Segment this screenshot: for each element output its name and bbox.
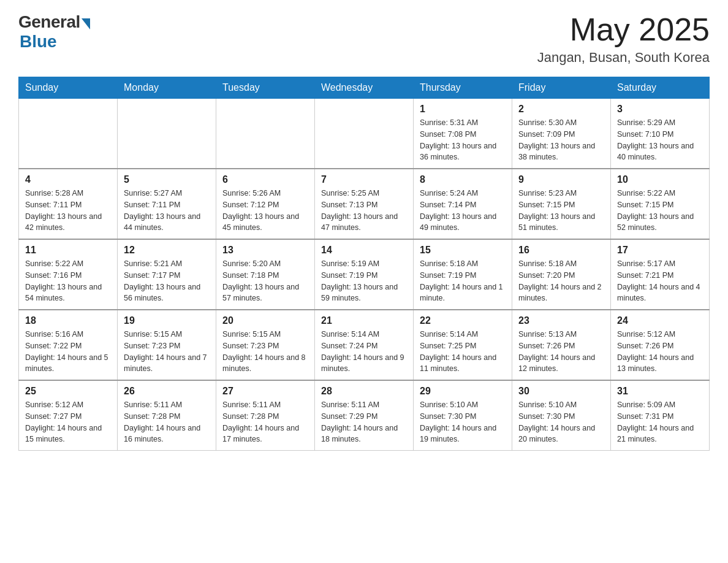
calendar-day-header: Tuesday [216, 77, 315, 99]
calendar-cell [216, 99, 315, 169]
calendar-day-header: Sunday [19, 77, 118, 99]
title-area: May 2025 Jangan, Busan, South Korea [537, 12, 710, 66]
calendar-cell: 4Sunrise: 5:28 AMSunset: 7:11 PMDaylight… [19, 169, 118, 239]
day-info: Sunrise: 5:27 AMSunset: 7:11 PMDaylight:… [124, 188, 210, 234]
day-info: Sunrise: 5:16 AMSunset: 7:22 PMDaylight:… [25, 329, 111, 375]
calendar-cell: 31Sunrise: 5:09 AMSunset: 7:31 PMDayligh… [611, 380, 710, 451]
day-info: Sunrise: 5:20 AMSunset: 7:18 PMDaylight:… [222, 258, 308, 304]
day-info: Sunrise: 5:11 AMSunset: 7:28 PMDaylight:… [124, 399, 210, 445]
day-info: Sunrise: 5:11 AMSunset: 7:29 PMDaylight:… [321, 399, 407, 445]
day-info: Sunrise: 5:15 AMSunset: 7:23 PMDaylight:… [222, 329, 308, 375]
calendar-day-header: Wednesday [315, 77, 414, 99]
day-number: 6 [222, 174, 308, 185]
calendar-cell: 9Sunrise: 5:23 AMSunset: 7:15 PMDaylight… [512, 169, 611, 239]
day-number: 30 [518, 386, 604, 397]
day-number: 22 [420, 315, 506, 326]
day-info: Sunrise: 5:15 AMSunset: 7:23 PMDaylight:… [124, 329, 210, 375]
day-number: 23 [518, 315, 604, 326]
day-info: Sunrise: 5:17 AMSunset: 7:21 PMDaylight:… [617, 258, 703, 304]
day-info: Sunrise: 5:24 AMSunset: 7:14 PMDaylight:… [420, 188, 506, 234]
calendar-cell: 11Sunrise: 5:22 AMSunset: 7:16 PMDayligh… [19, 239, 118, 310]
calendar-cell [315, 99, 414, 169]
calendar-cell: 22Sunrise: 5:14 AMSunset: 7:25 PMDayligh… [414, 310, 512, 380]
calendar-day-header: Saturday [611, 77, 710, 99]
day-info: Sunrise: 5:22 AMSunset: 7:15 PMDaylight:… [617, 188, 703, 234]
day-info: Sunrise: 5:14 AMSunset: 7:25 PMDaylight:… [420, 329, 506, 375]
calendar-cell: 17Sunrise: 5:17 AMSunset: 7:21 PMDayligh… [611, 239, 710, 310]
day-number: 15 [420, 245, 506, 256]
day-info: Sunrise: 5:30 AMSunset: 7:09 PMDaylight:… [518, 117, 604, 163]
day-number: 5 [124, 174, 210, 185]
day-info: Sunrise: 5:12 AMSunset: 7:27 PMDaylight:… [25, 399, 111, 445]
calendar-cell: 7Sunrise: 5:25 AMSunset: 7:13 PMDaylight… [315, 169, 414, 239]
day-number: 9 [518, 174, 604, 185]
calendar-cell [118, 99, 216, 169]
logo: General Blue [18, 12, 90, 52]
day-number: 17 [617, 245, 703, 256]
day-info: Sunrise: 5:09 AMSunset: 7:31 PMDaylight:… [617, 399, 703, 445]
calendar-cell: 18Sunrise: 5:16 AMSunset: 7:22 PMDayligh… [19, 310, 118, 380]
day-number: 12 [124, 245, 210, 256]
day-number: 1 [420, 104, 506, 115]
calendar-day-header: Monday [118, 77, 216, 99]
month-title: May 2025 [537, 12, 710, 47]
day-number: 18 [25, 315, 111, 326]
day-number: 10 [617, 174, 703, 185]
location-title: Jangan, Busan, South Korea [537, 50, 710, 66]
calendar-cell: 6Sunrise: 5:26 AMSunset: 7:12 PMDaylight… [216, 169, 315, 239]
calendar-cell: 1Sunrise: 5:31 AMSunset: 7:08 PMDaylight… [414, 99, 512, 169]
day-number: 29 [420, 386, 506, 397]
day-info: Sunrise: 5:21 AMSunset: 7:17 PMDaylight:… [124, 258, 210, 304]
day-number: 20 [222, 315, 308, 326]
calendar-cell: 8Sunrise: 5:24 AMSunset: 7:14 PMDaylight… [414, 169, 512, 239]
calendar-cell: 25Sunrise: 5:12 AMSunset: 7:27 PMDayligh… [19, 380, 118, 451]
calendar-week-row: 25Sunrise: 5:12 AMSunset: 7:27 PMDayligh… [19, 380, 710, 451]
calendar-cell [19, 99, 118, 169]
calendar-cell: 24Sunrise: 5:12 AMSunset: 7:26 PMDayligh… [611, 310, 710, 380]
calendar-cell: 23Sunrise: 5:13 AMSunset: 7:26 PMDayligh… [512, 310, 611, 380]
calendar-header-row: SundayMondayTuesdayWednesdayThursdayFrid… [19, 77, 710, 99]
day-info: Sunrise: 5:23 AMSunset: 7:15 PMDaylight:… [518, 188, 604, 234]
day-info: Sunrise: 5:31 AMSunset: 7:08 PMDaylight:… [420, 117, 506, 163]
day-number: 19 [124, 315, 210, 326]
day-info: Sunrise: 5:14 AMSunset: 7:24 PMDaylight:… [321, 329, 407, 375]
day-number: 8 [420, 174, 506, 185]
calendar-cell: 19Sunrise: 5:15 AMSunset: 7:23 PMDayligh… [118, 310, 216, 380]
calendar-cell: 12Sunrise: 5:21 AMSunset: 7:17 PMDayligh… [118, 239, 216, 310]
day-info: Sunrise: 5:18 AMSunset: 7:20 PMDaylight:… [518, 258, 604, 304]
calendar-cell: 3Sunrise: 5:29 AMSunset: 7:10 PMDaylight… [611, 99, 710, 169]
calendar-cell: 15Sunrise: 5:18 AMSunset: 7:19 PMDayligh… [414, 239, 512, 310]
day-info: Sunrise: 5:12 AMSunset: 7:26 PMDaylight:… [617, 329, 703, 375]
day-info: Sunrise: 5:10 AMSunset: 7:30 PMDaylight:… [420, 399, 506, 445]
page-header: General Blue May 2025 Jangan, Busan, Sou… [18, 12, 710, 66]
calendar-week-row: 4Sunrise: 5:28 AMSunset: 7:11 PMDaylight… [19, 169, 710, 239]
day-number: 31 [617, 386, 703, 397]
day-info: Sunrise: 5:29 AMSunset: 7:10 PMDaylight:… [617, 117, 703, 163]
day-info: Sunrise: 5:26 AMSunset: 7:12 PMDaylight:… [222, 188, 308, 234]
day-info: Sunrise: 5:18 AMSunset: 7:19 PMDaylight:… [420, 258, 506, 304]
calendar-week-row: 11Sunrise: 5:22 AMSunset: 7:16 PMDayligh… [19, 239, 710, 310]
day-info: Sunrise: 5:19 AMSunset: 7:19 PMDaylight:… [321, 258, 407, 304]
calendar-cell: 14Sunrise: 5:19 AMSunset: 7:19 PMDayligh… [315, 239, 414, 310]
logo-general-text: General [18, 12, 80, 32]
day-number: 4 [25, 174, 111, 185]
day-number: 21 [321, 315, 407, 326]
day-number: 26 [124, 386, 210, 397]
day-info: Sunrise: 5:22 AMSunset: 7:16 PMDaylight:… [25, 258, 111, 304]
day-info: Sunrise: 5:10 AMSunset: 7:30 PMDaylight:… [518, 399, 604, 445]
calendar-cell: 28Sunrise: 5:11 AMSunset: 7:29 PMDayligh… [315, 380, 414, 451]
day-info: Sunrise: 5:11 AMSunset: 7:28 PMDaylight:… [222, 399, 308, 445]
calendar-cell: 16Sunrise: 5:18 AMSunset: 7:20 PMDayligh… [512, 239, 611, 310]
day-number: 28 [321, 386, 407, 397]
calendar-cell: 27Sunrise: 5:11 AMSunset: 7:28 PMDayligh… [216, 380, 315, 451]
day-number: 27 [222, 386, 308, 397]
calendar-table: SundayMondayTuesdayWednesdayThursdayFrid… [18, 77, 710, 451]
calendar-cell: 26Sunrise: 5:11 AMSunset: 7:28 PMDayligh… [118, 380, 216, 451]
calendar-cell: 30Sunrise: 5:10 AMSunset: 7:30 PMDayligh… [512, 380, 611, 451]
day-number: 14 [321, 245, 407, 256]
calendar-cell: 29Sunrise: 5:10 AMSunset: 7:30 PMDayligh… [414, 380, 512, 451]
day-number: 7 [321, 174, 407, 185]
calendar-week-row: 1Sunrise: 5:31 AMSunset: 7:08 PMDaylight… [19, 99, 710, 169]
day-number: 25 [25, 386, 111, 397]
calendar-week-row: 18Sunrise: 5:16 AMSunset: 7:22 PMDayligh… [19, 310, 710, 380]
